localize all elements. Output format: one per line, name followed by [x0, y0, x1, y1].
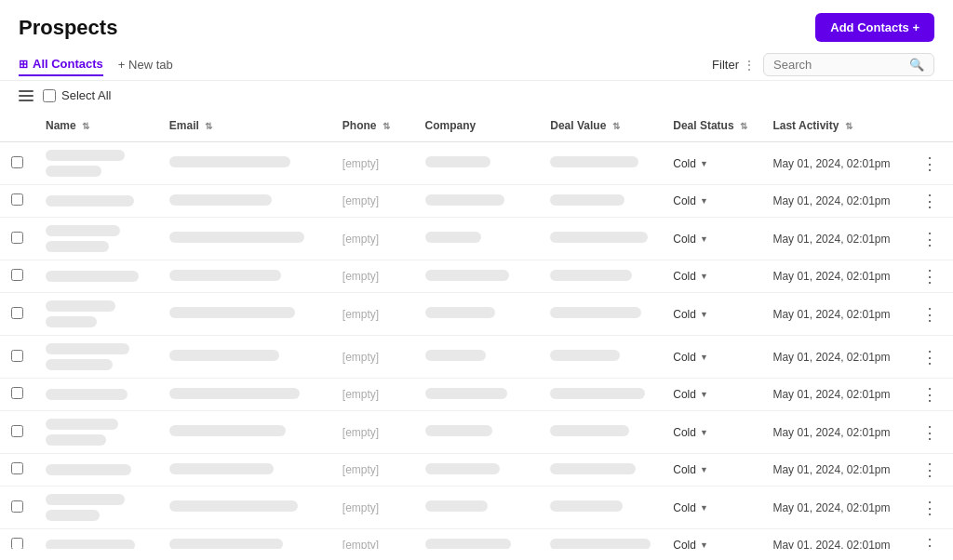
cell-name: [34, 293, 158, 336]
select-all-label[interactable]: Select All: [61, 88, 111, 102]
deal-status-dropdown-icon[interactable]: ▼: [700, 390, 708, 399]
th-name-sort-icon[interactable]: ⇅: [82, 121, 89, 131]
more-options-button[interactable]: ⋮: [918, 349, 942, 366]
search-input[interactable]: [773, 58, 904, 72]
select-all-checkbox[interactable]: [43, 89, 56, 102]
deal-status-dropdown-icon[interactable]: ▼: [700, 540, 708, 549]
deal-value-skeleton: [550, 194, 624, 206]
phone-empty: [empty]: [342, 270, 379, 283]
add-contacts-button[interactable]: Add Contacts +: [815, 13, 934, 42]
table-header: Name ⇅ Email ⇅ Phone ⇅ Company Deal Valu…: [0, 110, 953, 142]
row-checkbox[interactable]: [11, 269, 23, 281]
last-activity-text: May 01, 2024, 02:01pm: [772, 157, 890, 170]
more-options-button[interactable]: ⋮: [918, 155, 942, 172]
deal-status-dropdown-icon[interactable]: ▼: [700, 234, 708, 244]
cell-deal-status: Cold▼: [662, 218, 761, 260]
email-skeleton: [169, 270, 281, 281]
prospects-table: Name ⇅ Email ⇅ Phone ⇅ Company Deal Valu…: [0, 110, 953, 549]
row-checkbox[interactable]: [11, 156, 23, 168]
name-skeleton: [46, 271, 139, 282]
row-checkbox[interactable]: [11, 387, 23, 399]
row-checkbox[interactable]: [11, 193, 23, 206]
row-checkbox[interactable]: [11, 425, 23, 437]
deal-status-dropdown-icon[interactable]: ▼: [700, 353, 708, 362]
table-row: [empty]Cold▼May 01, 2024, 02:01pm⋮: [0, 487, 953, 529]
th-phone[interactable]: Phone ⇅: [331, 110, 414, 142]
th-last-activity-sort-icon[interactable]: ⇅: [845, 121, 852, 131]
th-email[interactable]: Email ⇅: [158, 110, 331, 142]
th-email-sort-icon[interactable]: ⇅: [205, 121, 212, 131]
deal-status-text: Cold: [673, 157, 696, 170]
company-skeleton: [425, 388, 507, 399]
table-row: [empty]Cold▼May 01, 2024, 02:01pm⋮: [0, 260, 953, 293]
new-tab-button[interactable]: + New tab: [118, 58, 173, 72]
name-skeleton: [46, 225, 120, 236]
deal-status-text: Cold: [673, 351, 696, 364]
row-checkbox[interactable]: [11, 500, 23, 513]
more-options-button[interactable]: ⋮: [918, 268, 942, 285]
more-options-button[interactable]: ⋮: [918, 193, 942, 209]
name-skeleton: [46, 195, 134, 207]
cell-deal-status: Cold▼: [662, 185, 761, 218]
table-row: [empty]Cold▼May 01, 2024, 02:01pm⋮: [0, 454, 953, 487]
row-checkbox[interactable]: [11, 350, 23, 362]
more-options-button[interactable]: ⋮: [918, 386, 942, 403]
deal-status-dropdown-icon[interactable]: ▼: [700, 272, 708, 281]
deal-status-dropdown-icon[interactable]: ▼: [700, 465, 708, 474]
filter-button[interactable]: Filter ⋮: [712, 58, 756, 73]
th-last-activity[interactable]: Last Activity ⇅: [761, 110, 906, 142]
email-skeleton: [169, 156, 290, 167]
deal-status-dropdown-icon[interactable]: ▼: [700, 310, 708, 319]
cell-email: [158, 454, 331, 487]
deal-value-skeleton: [550, 539, 651, 550]
top-bar: Prospects Add Contacts +: [0, 0, 953, 49]
cell-company: [414, 454, 540, 487]
more-options-button[interactable]: ⋮: [918, 500, 942, 516]
hamburger-menu[interactable]: [19, 90, 34, 101]
cell-deal-value: [539, 260, 662, 293]
email-skeleton: [169, 388, 300, 399]
more-options-button[interactable]: ⋮: [918, 231, 942, 247]
name-sub-skeleton: [46, 241, 109, 252]
cell-more: ⋮: [906, 487, 953, 529]
th-name[interactable]: Name ⇅: [34, 110, 158, 142]
row-checkbox[interactable]: [11, 307, 23, 319]
search-icon: 🔍: [909, 58, 924, 72]
table-row: [empty]Cold▼May 01, 2024, 02:01pm⋮: [0, 379, 953, 411]
all-contacts-tab[interactable]: ⊞ All Contacts: [19, 53, 103, 76]
th-deal-status-sort-icon[interactable]: ⇅: [740, 121, 747, 131]
more-options-button[interactable]: ⋮: [918, 306, 942, 323]
deal-value-skeleton: [550, 500, 623, 512]
cell-deal-value: [539, 218, 662, 260]
more-options-button[interactable]: ⋮: [918, 537, 942, 549]
cell-email: [158, 336, 331, 379]
deal-status-dropdown-icon[interactable]: ▼: [700, 503, 708, 513]
deal-status-dropdown-icon[interactable]: ▼: [700, 159, 708, 168]
last-activity-text: May 01, 2024, 02:01pm: [772, 539, 890, 549]
cell-deal-value: [539, 185, 662, 218]
cell-last-activity: May 01, 2024, 02:01pm: [761, 260, 906, 293]
th-deal-status[interactable]: Deal Status ⇅: [662, 110, 761, 142]
contacts-tab-icon: ⊞: [19, 58, 28, 71]
more-options-button[interactable]: ⋮: [918, 424, 942, 441]
filter-dots-icon: ⋮: [743, 58, 756, 73]
th-deal-value[interactable]: Deal Value ⇅: [539, 110, 662, 142]
phone-empty: [empty]: [342, 426, 379, 439]
cell-email: [158, 293, 331, 336]
cell-last-activity: May 01, 2024, 02:01pm: [761, 185, 906, 218]
cell-deal-value: [539, 142, 662, 185]
cell-last-activity: May 01, 2024, 02:01pm: [761, 142, 906, 185]
deal-value-skeleton: [550, 463, 636, 474]
row-checkbox[interactable]: [11, 462, 23, 474]
deal-status-dropdown-icon[interactable]: ▼: [700, 428, 708, 437]
cell-more: ⋮: [906, 260, 953, 293]
th-phone-sort-icon[interactable]: ⇅: [383, 121, 390, 131]
th-deal-value-sort-icon[interactable]: ⇅: [612, 121, 620, 131]
deal-status-dropdown-icon[interactable]: ▼: [700, 196, 708, 206]
more-options-button[interactable]: ⋮: [918, 461, 942, 478]
table-row: [empty]Cold▼May 01, 2024, 02:01pm⋮: [0, 218, 953, 260]
table-row: [empty]Cold▼May 01, 2024, 02:01pm⋮: [0, 185, 953, 218]
row-checkbox[interactable]: [11, 538, 23, 549]
phone-empty: [empty]: [342, 501, 379, 514]
row-checkbox[interactable]: [11, 232, 23, 244]
